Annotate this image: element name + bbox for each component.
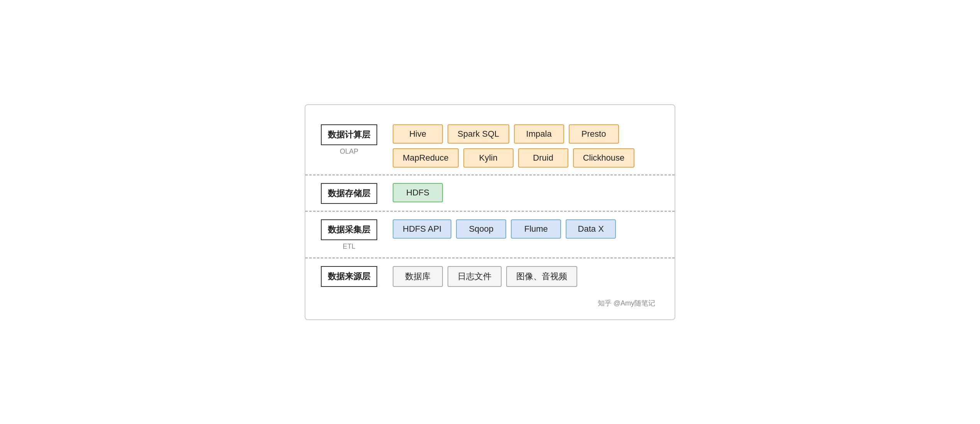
tech-box-compute-0-3: Presto <box>569 124 619 144</box>
layer-label-group-compute: 数据计算层OLAP <box>321 124 377 156</box>
tech-box-collection-0-1: Sqoop <box>456 219 506 239</box>
layer-section-compute: 数据计算层OLAPHiveSpark SQLImpalaPrestoMapRed… <box>321 117 659 175</box>
tech-box-source-0-2: 图像、音视频 <box>506 266 577 287</box>
tech-row-collection-0: HDFS APISqoopFlumeData X <box>393 219 659 239</box>
layer-content-storage: HDFS <box>393 183 659 202</box>
layer-label-box-collection: 数据采集层 <box>321 219 377 240</box>
layer-label-group-collection: 数据采集层ETL <box>321 219 377 251</box>
tech-box-compute-1-1: Kylin <box>463 148 514 168</box>
tech-box-source-0-0: 数据库 <box>393 266 443 287</box>
tech-box-compute-1-3: Clickhouse <box>573 148 635 168</box>
tech-row-source-0: 数据库日志文件图像、音视频 <box>393 266 659 287</box>
diagram-container: 数据计算层OLAPHiveSpark SQLImpalaPrestoMapRed… <box>305 104 675 320</box>
layer-content-collection: HDFS APISqoopFlumeData X <box>393 219 659 239</box>
layer-label-box-compute: 数据计算层 <box>321 124 377 145</box>
tech-box-compute-1-0: MapReduce <box>393 148 459 168</box>
tech-box-collection-0-2: Flume <box>511 219 561 239</box>
layer-label-box-source: 数据来源层 <box>321 266 377 287</box>
tech-box-collection-0-0: HDFS API <box>393 219 451 239</box>
tech-box-collection-0-3: Data X <box>566 219 616 239</box>
tech-box-compute-0-1: Spark SQL <box>448 124 509 144</box>
layer-content-source: 数据库日志文件图像、音视频 <box>393 266 659 287</box>
layer-label-group-storage: 数据存储层 <box>321 183 377 204</box>
tech-box-source-0-1: 日志文件 <box>448 266 502 287</box>
tech-row-storage-0: HDFS <box>393 183 659 202</box>
tech-row-compute-1: MapReduceKylinDruidClickhouse <box>393 148 659 168</box>
layer-content-compute: HiveSpark SQLImpalaPrestoMapReduceKylinD… <box>393 124 659 168</box>
layer-section-collection: 数据采集层ETLHDFS APISqoopFlumeData X <box>321 212 659 258</box>
tech-box-compute-0-0: Hive <box>393 124 443 144</box>
layer-label-box-storage: 数据存储层 <box>321 183 377 204</box>
tech-row-compute-0: HiveSpark SQLImpalaPresto <box>393 124 659 144</box>
watermark: 知乎 @Amy随笔记 <box>321 298 659 308</box>
layer-section-source: 数据来源层数据库日志文件图像、音视频 <box>321 258 659 295</box>
tech-box-compute-1-2: Druid <box>518 148 568 168</box>
tech-box-storage-0-0: HDFS <box>393 183 443 202</box>
layer-section-storage: 数据存储层HDFS <box>321 175 659 212</box>
layer-sublabel-compute: OLAP <box>340 148 358 156</box>
layer-sublabel-collection: ETL <box>342 243 355 251</box>
layer-label-group-source: 数据来源层 <box>321 266 377 287</box>
tech-box-compute-0-2: Impala <box>514 124 564 144</box>
